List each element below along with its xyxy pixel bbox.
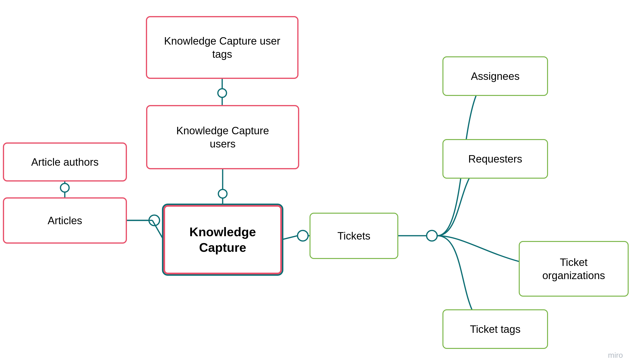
svg-line-14 <box>282 236 298 240</box>
knowledge-capture-user-tags-node: Knowledge Capture user tags <box>146 16 298 79</box>
knowledge-capture-users-label: Knowledge Captureusers <box>176 124 269 150</box>
requesters-label: Requesters <box>468 152 522 166</box>
svg-point-1 <box>218 89 227 97</box>
ticket-organizations-node: Ticketorganizations <box>519 241 629 296</box>
svg-point-4 <box>218 190 227 198</box>
assignees-label: Assignees <box>471 70 519 83</box>
article-authors-label: Article authors <box>31 156 99 168</box>
article-authors-node: Article authors <box>3 142 127 182</box>
ticket-tags-node: Ticket tags <box>442 309 548 349</box>
knowledge-capture-center-node: KnowledgeCapture <box>163 205 282 274</box>
svg-line-13 <box>152 220 163 240</box>
knowledge-capture-users-node: Knowledge Captureusers <box>146 105 299 169</box>
knowledge-capture-center-label: KnowledgeCapture <box>189 224 256 256</box>
svg-point-15 <box>298 230 308 241</box>
articles-node: Articles <box>3 197 127 244</box>
assignees-node: Assignees <box>442 56 548 96</box>
requesters-node: Requesters <box>442 139 548 179</box>
knowledge-capture-user-tags-label: Knowledge Capture user tags <box>154 34 290 61</box>
ticket-organizations-label: Ticketorganizations <box>542 256 605 282</box>
diagram-container: Knowledge Capture user tags Knowledge Ca… <box>0 0 632 364</box>
tickets-node: Tickets <box>310 213 398 259</box>
svg-point-18 <box>427 230 437 241</box>
ticket-tags-label: Ticket tags <box>470 322 520 336</box>
svg-point-7 <box>61 184 69 192</box>
tickets-label: Tickets <box>337 229 370 242</box>
svg-line-11 <box>160 220 163 240</box>
svg-point-10 <box>149 215 160 226</box>
miro-watermark: miro <box>608 351 623 360</box>
articles-label: Articles <box>48 214 82 227</box>
